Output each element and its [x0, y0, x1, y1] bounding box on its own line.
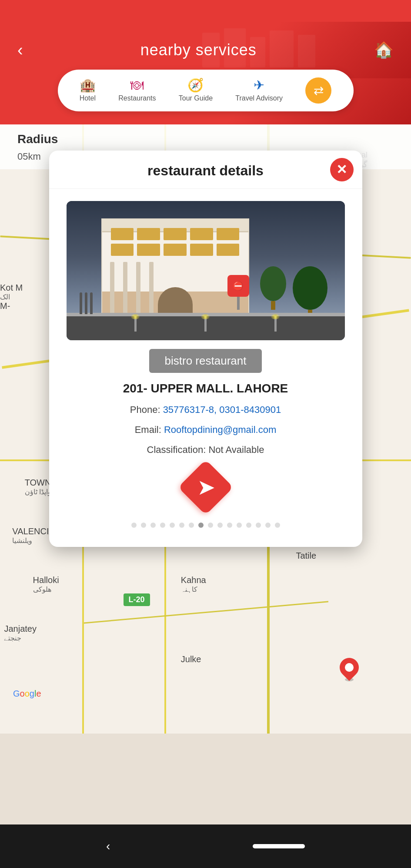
column-3 [136, 262, 140, 314]
light-glow-1 [131, 314, 140, 319]
tab-tourguide-label: Tour Guide [179, 94, 213, 102]
tab-travel-label: Travel Advisory [235, 94, 283, 102]
phone-label: Phone: [130, 404, 160, 415]
tab-travel-advisory[interactable]: ✈ Travel Advisory [235, 79, 283, 102]
light-glow-2 [201, 314, 210, 319]
dot-1[interactable] [131, 523, 137, 528]
modal-close-button[interactable]: ✕ [330, 158, 354, 181]
fence-post-1 [80, 292, 82, 314]
classification-value: Not Available [208, 444, 264, 455]
modal-overlay: restaurant details ✕ [0, 124, 411, 734]
restaurants-icon: 🍽 [130, 79, 144, 92]
svg-rect-2 [250, 37, 265, 67]
svg-rect-3 [270, 30, 294, 67]
tab-hotel[interactable]: 🏨 Hotel [80, 79, 96, 102]
building-columns [110, 262, 154, 314]
email-label: Email: [135, 424, 161, 435]
dot-4[interactable] [160, 523, 165, 528]
home-button[interactable]: 🏠 [374, 41, 394, 59]
tab-restaurants-label: Restaurants [118, 94, 156, 102]
dot-8[interactable] [198, 523, 204, 528]
dot-15[interactable] [265, 523, 271, 528]
window-10 [217, 244, 240, 256]
hotel-icon: 🏨 [80, 79, 96, 92]
tree-trunk-1 [271, 301, 275, 310]
road-sign-symbol: ⛔ [233, 281, 244, 291]
svg-rect-4 [298, 35, 315, 67]
bottom-back-button[interactable]: ‹ [106, 839, 110, 853]
restaurant-image: ⛔ [67, 201, 345, 340]
window-9 [190, 244, 213, 256]
dot-14[interactable] [256, 523, 261, 528]
travel-icon: ✈ [254, 79, 264, 92]
restaurant-name-tag: bistro restaurant [149, 349, 262, 373]
fence-post-3 [90, 292, 93, 314]
dot-16[interactable] [275, 523, 280, 528]
dot-10[interactable] [217, 523, 223, 528]
tree-1 [260, 266, 286, 318]
dot-2[interactable] [141, 523, 146, 528]
map-area: Radius 05km 10km 15km 20km Goal گول TOWN… [0, 124, 411, 734]
direction-arrow-icon: ➤ [197, 476, 214, 499]
dot-6[interactable] [179, 523, 184, 528]
road-sign-top: ⛔ [227, 275, 249, 297]
dot-3[interactable] [150, 523, 156, 528]
tree-top-2 [293, 266, 327, 310]
window-6 [111, 244, 134, 256]
direction-button[interactable]: ➤ [178, 459, 233, 515]
building-entrance [158, 287, 193, 313]
road-sign-post [237, 297, 240, 310]
back-button[interactable]: ‹ [17, 41, 23, 60]
restaurant-address: 201- UPPER MALL. LAHORE [123, 382, 288, 395]
phone-number[interactable]: 35776317-8, 0301-8430901 [163, 404, 281, 415]
status-bar [0, 0, 411, 22]
tree-top-1 [260, 266, 286, 301]
classification-label: Classification: [147, 444, 206, 455]
svg-rect-1 [224, 28, 246, 67]
restaurant-phone: Phone: 35776317-8, 0301-8430901 [130, 404, 281, 416]
column-2 [123, 262, 127, 314]
column-4 [149, 262, 154, 314]
email-address[interactable]: Rooftopdining@gmail.com [164, 424, 276, 435]
dot-5[interactable] [170, 523, 175, 528]
window-7 [137, 244, 160, 256]
window-3 [164, 228, 187, 240]
shuffle-icon: ⇄ [314, 84, 324, 98]
window-5 [217, 228, 240, 240]
light-1 [134, 314, 137, 332]
tab-tourguide[interactable]: 🧭 Tour Guide [179, 79, 213, 102]
column-1 [110, 262, 114, 314]
home-indicator[interactable] [253, 844, 305, 848]
dot-13[interactable] [246, 523, 251, 528]
window-2 [137, 228, 160, 240]
modal-title: restaurant details [147, 163, 264, 178]
fence [80, 292, 93, 314]
dot-11[interactable] [227, 523, 232, 528]
window-1 [111, 228, 134, 240]
restaurant-classification: Classification: Not Available [147, 444, 264, 456]
tree-2 [293, 266, 327, 318]
street-lights [67, 314, 345, 332]
dot-12[interactable] [237, 523, 242, 528]
road-sign: ⛔ [227, 275, 249, 305]
dot-9[interactable] [208, 523, 213, 528]
tab-restaurants[interactable]: 🍽 Restaurants [118, 79, 156, 102]
light-2 [204, 314, 207, 332]
tree-group [260, 266, 327, 318]
modal-body: ⛔ bistro restaurant [49, 189, 362, 547]
restaurant-details-modal: restaurant details ✕ [49, 151, 362, 547]
light-3 [274, 314, 277, 332]
shuffle-button[interactable]: ⇄ [305, 77, 331, 104]
fence-post-2 [85, 292, 87, 314]
building-scene: ⛔ [67, 201, 345, 340]
light-glow-3 [271, 314, 280, 319]
modal-header: restaurant details ✕ [49, 151, 362, 189]
tab-hotel-label: Hotel [80, 94, 96, 102]
restaurant-email: Email: Rooftopdining@gmail.com [135, 424, 277, 436]
svg-rect-0 [202, 33, 220, 67]
bottom-nav: ‹ [0, 824, 411, 868]
dot-7[interactable] [189, 523, 194, 528]
building-windows [111, 228, 240, 256]
window-4 [190, 228, 213, 240]
window-8 [164, 244, 187, 256]
